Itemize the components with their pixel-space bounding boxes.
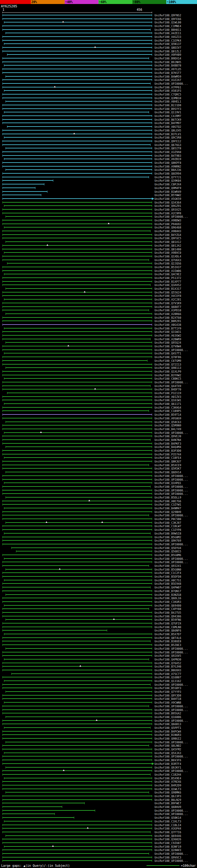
hit-label[interactable]: UniRef100_B4BB78 <box>155 64 181 67</box>
hit-label[interactable]: UniRef100_Q5DYU4 <box>155 547 181 550</box>
hit-label[interactable]: UniRef100_A3Z9A0 <box>155 151 181 154</box>
hit-label[interactable]: UniRef100_Q66B13 <box>155 723 181 726</box>
hit-label[interactable]: UniRef100_Q39K04 <box>155 179 181 182</box>
hit-label[interactable]: UniRef100_UPI0000... <box>155 852 188 856</box>
hit-bar[interactable] <box>2 385 151 387</box>
hit-label[interactable]: UniRef100_B1N6R3 <box>155 734 181 737</box>
hit-label[interactable]: UniRef100_Q70F86 <box>155 355 181 359</box>
hit-bar[interactable] <box>2 140 152 142</box>
hit-label[interactable]: UniRef100_Q9FE66 <box>155 18 181 21</box>
hit-bar[interactable] <box>2 191 47 193</box>
hit-bar[interactable] <box>2 640 151 642</box>
hit-bar[interactable] <box>2 356 152 358</box>
hit-label[interactable]: UniRef100_A9PAB9 <box>155 53 181 56</box>
hit-label[interactable]: UniRef100_B3P3D0 <box>155 449 181 452</box>
hit-label[interactable]: UniRef100_Q72I13 <box>155 363 181 366</box>
hit-bar[interactable] <box>2 529 152 531</box>
hit-bar[interactable] <box>4 273 152 275</box>
hit-label[interactable]: UniRef100_B7T1Y9 <box>155 327 181 330</box>
hit-label[interactable]: UniRef100_Q3MB10 <box>155 97 181 100</box>
hit-bar[interactable] <box>2 230 151 232</box>
hit-bar[interactable] <box>2 345 152 347</box>
hit-label[interactable]: UniRef100_B4HT18 <box>155 698 181 701</box>
hit-label[interactable]: UniRef100_A7PP61 <box>155 86 181 89</box>
hit-bar[interactable] <box>2 144 151 146</box>
hit-label[interactable]: UniRef100_UPI0000... <box>155 381 188 384</box>
hit-label[interactable]: UniRef100_Q9M4F9 <box>155 187 181 190</box>
hit-label[interactable]: UniRef100_B1X317 <box>155 287 181 290</box>
hit-bar[interactable] <box>5 147 152 149</box>
hit-bar[interactable] <box>5 313 152 315</box>
hit-label[interactable]: UniRef100_Q9VUC3 <box>155 856 181 859</box>
hit-label[interactable]: UniRef100_Q2JQS6 <box>155 262 181 265</box>
hit-bar[interactable] <box>5 594 152 596</box>
hit-label[interactable]: UniRef100_Q01A12 <box>155 241 181 244</box>
hit-bar[interactable] <box>2 39 152 41</box>
hit-label[interactable]: UniRef100_Q161W1 <box>155 399 181 402</box>
hit-label[interactable]: UniRef100_Q9FE12 <box>155 140 181 143</box>
hit-label[interactable]: UniRef100_Q05IT8 <box>155 147 181 150</box>
hit-bar[interactable] <box>2 270 152 272</box>
hit-bar[interactable] <box>5 522 152 524</box>
hit-label[interactable]: UniRef100_Q69480 <box>155 604 181 607</box>
hit-label[interactable]: UniRef100_B5X7D7 <box>155 633 181 636</box>
hit-label[interactable]: UniRef100_UPI0000... <box>155 647 188 650</box>
hit-bar[interactable] <box>4 604 152 607</box>
hit-bar[interactable] <box>2 773 151 776</box>
hit-label[interactable]: UniRef100_UPI0000... <box>155 719 188 722</box>
hit-label[interactable]: UniRef100_C1B2H4 <box>155 773 181 776</box>
hit-bar[interactable] <box>2 637 152 639</box>
hit-bar[interactable] <box>2 450 152 452</box>
hit-label[interactable]: UniRef100_B2XT60 <box>155 316 181 319</box>
hit-label[interactable]: UniRef100_Q8KPF8 <box>155 161 181 164</box>
hit-label[interactable]: UniRef100_C3KHG4 <box>155 406 181 409</box>
hit-bar[interactable] <box>2 799 152 801</box>
hit-bar[interactable] <box>2 525 152 527</box>
hit-label[interactable]: UniRef100_B5SBY3 <box>155 687 181 690</box>
hit-bar[interactable] <box>2 597 152 599</box>
hit-bar[interactable] <box>2 755 152 757</box>
hit-label[interactable]: UniRef100_Q16B07 <box>155 676 181 679</box>
hit-bar[interactable] <box>2 831 151 833</box>
hit-label[interactable]: UniRef100_P51372 <box>155 277 181 280</box>
hit-bar[interactable] <box>4 136 152 138</box>
hit-label[interactable]: UniRef100_B59FN6 <box>155 618 181 621</box>
hit-label[interactable]: UniRef100_Q9JKY1 <box>155 766 181 769</box>
hit-bar[interactable] <box>2 50 152 52</box>
hit-bar[interactable] <box>5 835 152 837</box>
hit-bar[interactable] <box>2 151 152 153</box>
hit-bar[interactable] <box>2 122 152 124</box>
hit-label[interactable]: UniRef100_B4PCW4 <box>155 730 181 733</box>
hit-label[interactable]: UniRef100_Q76A52 <box>155 662 181 665</box>
hit-bar[interactable] <box>2 18 152 20</box>
hit-label[interactable]: UniRef100_C8BKC5 <box>155 377 181 380</box>
hit-label[interactable]: UniRef100_Q6DV14 <box>155 471 181 474</box>
hit-label[interactable]: UniRef100_A7REX6 <box>155 780 181 783</box>
hit-bar[interactable] <box>2 705 149 707</box>
hit-label[interactable]: UniRef100_B4FM97 <box>155 122 181 125</box>
hit-bar[interactable] <box>2 629 107 631</box>
hit-bar[interactable] <box>2 763 152 765</box>
hit-bar[interactable] <box>4 820 152 823</box>
hit-bar[interactable] <box>2 162 152 164</box>
hit-label[interactable]: UniRef100_UPI0000... <box>155 492 188 495</box>
hit-bar[interactable] <box>5 287 152 290</box>
hit-label[interactable]: UniRef100_B5DLL9 <box>155 496 181 499</box>
hit-label[interactable]: UniRef100_A97LU5 <box>155 68 181 71</box>
hit-label[interactable]: UniRef100_B6LN29 <box>155 798 181 802</box>
hit-bar[interactable] <box>5 100 152 102</box>
hit-bar[interactable] <box>4 532 151 534</box>
hit-label[interactable]: UniRef100_UPI0000... <box>155 543 188 546</box>
hit-label[interactable]: UniRef100_UPI0000... <box>155 813 188 816</box>
hit-label[interactable]: UniRef100_B6TCK9 <box>155 118 181 121</box>
hit-bar[interactable] <box>2 198 152 200</box>
hit-bar[interactable] <box>4 482 152 484</box>
hit-label[interactable]: UniRef100_Q45FM2 <box>155 748 181 751</box>
hit-bar[interactable] <box>2 687 152 689</box>
hit-label[interactable]: UniRef100_P35744 <box>155 453 181 456</box>
hit-bar[interactable] <box>4 111 149 113</box>
hit-label[interactable]: UniRef100_Q9Y3D8 <box>155 694 181 697</box>
hit-label[interactable]: UniRef100_B3NF19 <box>155 845 181 848</box>
hit-bar[interactable] <box>2 302 152 304</box>
hit-label[interactable]: UniRef100_UPI0000... <box>155 557 188 560</box>
